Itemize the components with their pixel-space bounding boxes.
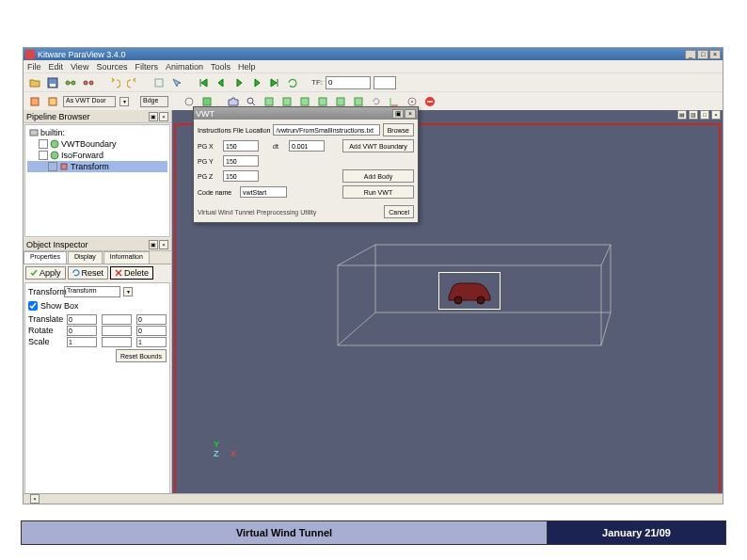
minimize-button[interactable]: _: [685, 50, 696, 59]
dialog-close-button[interactable]: ×: [405, 109, 416, 119]
tb2-select-1[interactable]: As VWT Door: [63, 96, 116, 107]
delete-button[interactable]: Delete: [110, 266, 153, 280]
tab-properties[interactable]: Properties: [24, 251, 67, 264]
pgz-input[interactable]: [223, 170, 259, 182]
open-icon[interactable]: [27, 75, 42, 90]
cancel-button[interactable]: Cancel: [384, 205, 414, 218]
tb2-select-2[interactable]: Bdge: [140, 96, 168, 107]
menu-filters[interactable]: Filters: [135, 62, 158, 72]
inspector-float-icon[interactable]: ▣: [149, 240, 158, 249]
transform-label: Transform: [28, 287, 62, 296]
menu-animation[interactable]: Animation: [166, 62, 203, 72]
visibility-icon[interactable]: [39, 151, 48, 160]
scale-x-input[interactable]: [67, 337, 97, 347]
x-axis-label: X: [230, 449, 236, 458]
tree-item-isoforward[interactable]: IsoForward: [27, 150, 167, 161]
next-frame-icon[interactable]: [249, 75, 264, 90]
maximize-button[interactable]: □: [697, 50, 708, 59]
play-icon[interactable]: [231, 75, 246, 90]
rotate-x-input[interactable]: [67, 326, 97, 336]
pgx-input[interactable]: [223, 140, 259, 152]
tb2-b-icon[interactable]: [45, 94, 60, 109]
pipeline-float-icon[interactable]: ▣: [149, 112, 158, 121]
rotate-y-input[interactable]: [102, 326, 132, 336]
tree-item-vwtboundary[interactable]: VWTBoundary: [27, 138, 167, 150]
translate-z-input[interactable]: [136, 314, 167, 325]
time-value-input[interactable]: [326, 76, 371, 89]
tb2-dropdown-icon[interactable]: ▾: [119, 97, 129, 106]
translate-x-input[interactable]: [67, 314, 97, 325]
instr-file-label: Instructions File Location: [198, 127, 270, 134]
inspector-close-icon[interactable]: ×: [159, 240, 168, 249]
visibility-icon[interactable]: [48, 162, 57, 171]
browse-button[interactable]: Browse: [383, 123, 414, 136]
menu-sources[interactable]: Sources: [96, 62, 127, 72]
object-inspector: Properties Display Information Apply Res…: [24, 251, 171, 504]
tree-item-builtin[interactable]: builtin:: [27, 127, 167, 138]
stop-icon[interactable]: [422, 94, 437, 109]
tb2-a-icon[interactable]: [27, 94, 42, 109]
last-frame-icon[interactable]: [267, 75, 282, 90]
selection-icon[interactable]: [151, 75, 167, 90]
svg-point-28: [51, 140, 58, 148]
reset-bounds-button[interactable]: Reset Bounds: [116, 349, 167, 362]
tree-item-transform[interactable]: Transform: [27, 161, 167, 172]
svg-rect-30: [61, 164, 67, 169]
pgy-input[interactable]: [223, 155, 259, 167]
close-button[interactable]: ×: [709, 50, 721, 59]
redo-icon[interactable]: [125, 75, 140, 90]
svg-point-40: [477, 296, 485, 304]
save-icon[interactable]: [45, 75, 60, 90]
pgy-label: PG Y: [198, 158, 220, 165]
run-vwt-button[interactable]: Run VWT: [342, 185, 414, 199]
svg-line-35: [338, 245, 375, 265]
add-body-button[interactable]: Add Body: [342, 169, 414, 183]
dt-input[interactable]: [289, 140, 325, 152]
vwt-dialog: VWT ▣ × Instructions File Location Brows…: [193, 106, 419, 223]
time-step-input[interactable]: [374, 76, 396, 89]
vp-max-icon[interactable]: □: [700, 110, 709, 120]
vp-split-v-icon[interactable]: ▥: [689, 110, 698, 120]
rotate-z-input[interactable]: [136, 326, 167, 336]
transform-dropdown-icon[interactable]: ▾: [123, 287, 133, 296]
svg-rect-8: [31, 98, 39, 105]
transform-select[interactable]: Transform: [64, 286, 120, 297]
apply-button[interactable]: Apply: [25, 266, 66, 280]
codename-input[interactable]: [240, 186, 287, 198]
connect-icon[interactable]: [63, 75, 78, 90]
instr-file-input[interactable]: [273, 124, 379, 136]
vp-split-h-icon[interactable]: ▤: [677, 110, 687, 120]
visibility-icon[interactable]: [39, 139, 48, 149]
slide-footer: Virtual Wind Tunnel January 21/09: [21, 520, 726, 545]
first-frame-icon[interactable]: [196, 75, 211, 90]
menu-view[interactable]: View: [71, 62, 88, 72]
showbox-checkbox[interactable]: [28, 301, 38, 311]
pipeline-close-icon[interactable]: ×: [159, 112, 168, 121]
scale-z-input[interactable]: [136, 337, 167, 347]
pipeline-tree: builtin: VWTBoundary IsoForwar: [24, 124, 170, 237]
pgx-label: PG X: [198, 143, 220, 150]
tab-information[interactable]: Information: [103, 251, 150, 264]
prev-frame-icon[interactable]: [214, 75, 229, 90]
svg-point-23: [411, 101, 413, 103]
vp-close-icon[interactable]: ×: [711, 110, 721, 120]
menu-file[interactable]: File: [27, 62, 41, 72]
reset-button[interactable]: Reset: [68, 266, 109, 280]
main-toolbar: TF:: [24, 72, 723, 91]
menu-help[interactable]: Help: [238, 62, 256, 72]
disconnect-icon[interactable]: [81, 75, 96, 90]
menu-edit[interactable]: Edit: [49, 62, 64, 72]
dialog-float-button[interactable]: ▣: [392, 109, 404, 119]
scale-label: Scale: [28, 337, 66, 347]
scale-y-input[interactable]: [102, 337, 132, 347]
status-close-icon[interactable]: ×: [30, 494, 40, 504]
tab-display[interactable]: Display: [68, 251, 103, 264]
undo-icon[interactable]: [107, 75, 122, 90]
loop-icon[interactable]: [285, 75, 300, 90]
pick-icon[interactable]: [169, 75, 184, 90]
add-boundary-button[interactable]: Add VWT Boundary: [342, 139, 414, 152]
translate-y-input[interactable]: [102, 314, 132, 325]
geometry-icon: [50, 139, 59, 149]
svg-rect-12: [203, 98, 211, 105]
menu-tools[interactable]: Tools: [211, 62, 230, 72]
